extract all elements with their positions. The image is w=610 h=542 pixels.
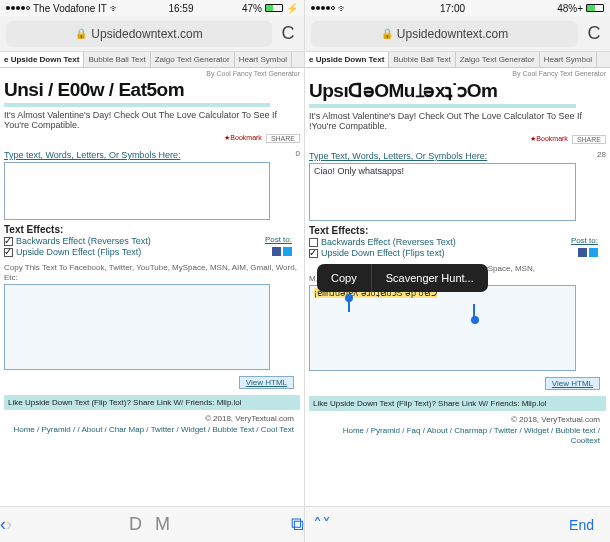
- lock-icon: 🔒: [381, 28, 393, 39]
- char-count: 28: [597, 150, 606, 159]
- credit-line: By Cool Fancy Text Generator: [309, 70, 606, 77]
- backwards-label: Backwards Effect (Reverses Text): [16, 236, 151, 246]
- url-bar: 🔒 Upsidedowntext.com C: [305, 16, 610, 52]
- url-text: Upsidedowntext.com: [397, 27, 508, 41]
- view-html-button[interactable]: View HTML: [239, 376, 294, 389]
- bookmark-link[interactable]: ★Bookmark: [224, 134, 262, 143]
- battery-icon: [265, 4, 283, 12]
- facebook-icon[interactable]: [272, 247, 281, 256]
- share-button[interactable]: SHARE: [266, 134, 300, 143]
- url-text: Upsidedowntext.com: [91, 27, 202, 41]
- battery-pct: 47%: [242, 3, 262, 14]
- page-title: UpsıᗡǝOMuꞱǝxʇ˙ɔOm: [309, 79, 606, 102]
- effects-label: Text Effects:: [309, 225, 606, 236]
- url-field[interactable]: 🔒 Upsidedowntext.com: [6, 21, 272, 47]
- tab-heart[interactable]: Heart Symbol: [235, 52, 292, 67]
- like-row: Like Upside Down Text (Flip Text)? Share…: [309, 396, 606, 411]
- upsidedown-label: Upside Down Effect (Flips Text): [16, 247, 141, 257]
- backwards-checkbox[interactable]: [4, 237, 13, 246]
- page-title: Unsi / E00w / Eat5om: [4, 79, 300, 101]
- input-label: Type Text, Words, Letters, Or Symbols He…: [309, 151, 487, 161]
- input-textarea[interactable]: Ciao! Only whatsapps!: [309, 163, 576, 221]
- menu-scavenger[interactable]: Scavenger Hunt...: [372, 264, 488, 292]
- battery-icon: [586, 4, 604, 12]
- like-row: Like Upside Down Text (Flip Text)? Share…: [4, 395, 300, 410]
- status-bar: The Vodafone IT ᯤ 16:59 47% ⚡: [0, 0, 304, 16]
- tab-upsidedown[interactable]: e Upside Down Text: [305, 52, 389, 67]
- page-tabs: e Upside Down Text Bubble Ball Text Zalg…: [0, 52, 304, 68]
- upsidedown-label: Upside Down Effect (Flips text): [321, 248, 444, 258]
- twitter-icon[interactable]: [589, 248, 598, 257]
- output-textarea[interactable]: [4, 284, 270, 370]
- selection-bar-start: [348, 298, 350, 312]
- tab-bubble[interactable]: Bubble Ball Text: [389, 52, 455, 67]
- page-content: By Cool Fancy Text Generator Unsi / E00w…: [0, 68, 304, 506]
- url-field[interactable]: 🔒 Upsidedowntext.com: [311, 21, 578, 47]
- signal-icon: [6, 6, 30, 10]
- page-tabs: e Upside Down Text Bubble Ball Text Zalg…: [305, 52, 610, 68]
- charging-icon: ⚡: [286, 3, 298, 14]
- next-field-icon[interactable]: ˅: [322, 514, 331, 536]
- safari-toolbar: ‹ › D M ⧉: [0, 506, 304, 542]
- done-button[interactable]: End: [569, 517, 602, 533]
- tab-zalgo[interactable]: Zalgo Text Generator: [151, 52, 235, 67]
- promo-text: It's Almost Valentine's Day! Check Out T…: [309, 111, 606, 131]
- backwards-label: Backwards Effect (Reverses Text): [321, 237, 456, 247]
- toolbar-center: D M: [12, 514, 291, 535]
- bookmark-link[interactable]: ★Bookmark: [530, 135, 568, 144]
- backwards-checkbox[interactable]: [309, 238, 318, 247]
- upsidedown-checkbox[interactable]: [4, 248, 13, 257]
- tab-upsidedown[interactable]: e Upside Down Text: [0, 52, 84, 67]
- clock: 16:59: [168, 3, 193, 14]
- wifi-icon: ᯤ: [338, 3, 348, 14]
- credit-line: By Cool Fancy Text Generator: [4, 70, 300, 77]
- screen-left: The Vodafone IT ᯤ 16:59 47% ⚡ 🔒 Upsidedo…: [0, 0, 305, 542]
- divider: [309, 104, 576, 108]
- battery-pct: 48%+: [557, 3, 583, 14]
- prev-field-icon[interactable]: ˄: [313, 514, 322, 536]
- menu-copy[interactable]: Copy: [317, 264, 372, 292]
- signal-icon: [311, 6, 335, 10]
- url-bar: 🔒 Upsidedowntext.com C: [0, 16, 304, 52]
- status-bar: ᯤ 17:00 48%+: [305, 0, 610, 16]
- input-label: Type text, Words, Letters, Or Symbols He…: [4, 150, 180, 160]
- postto-label: Post to:: [571, 236, 598, 245]
- copy-hint: Copy This Text To Facebook, Twitter, You…: [4, 263, 300, 282]
- char-count: 0: [296, 149, 300, 158]
- divider: [4, 103, 270, 107]
- keyboard-accessory: ˄ ˅ End: [305, 506, 610, 542]
- upsidedown-checkbox[interactable]: [309, 249, 318, 258]
- tab-bubble[interactable]: Bubble Ball Text: [84, 52, 150, 67]
- ios-context-menu: Copy Scavenger Hunt...: [317, 264, 488, 292]
- share-button[interactable]: SHARE: [572, 135, 606, 144]
- reload-icon[interactable]: C: [584, 23, 604, 44]
- reload-icon[interactable]: C: [278, 23, 298, 44]
- lock-icon: 🔒: [75, 28, 87, 39]
- tab-heart[interactable]: Heart Symbol: [540, 52, 597, 67]
- postto-label: Post to:: [265, 235, 292, 244]
- tabs-icon[interactable]: ⧉: [291, 514, 304, 535]
- clock: 17:00: [440, 3, 465, 14]
- promo-text: It's Almost Valentine's Day! Check Out T…: [4, 110, 300, 130]
- wifi-icon: ᯤ: [110, 3, 120, 14]
- input-textarea[interactable]: [4, 162, 270, 220]
- copyright: © 2018, VeryTextual.com: [10, 414, 294, 424]
- facebook-icon[interactable]: [578, 248, 587, 257]
- screen-right: ᯤ 17:00 48%+ 🔒 Upsidedowntext.com C e Up…: [305, 0, 610, 542]
- view-html-button[interactable]: View HTML: [545, 377, 600, 390]
- selection-bar-end: [473, 304, 475, 318]
- footer-links: © 2018, VeryTextual.com Home / Pyramid /…: [309, 411, 606, 450]
- tab-zalgo[interactable]: Zalgo Text Generator: [456, 52, 540, 67]
- footer-links: © 2018, VeryTextual.com Home / Pyramid /…: [4, 410, 300, 439]
- copyright: © 2018, VeryTextual.com: [315, 415, 600, 425]
- effects-label: Text Effects:: [4, 224, 300, 235]
- footer-nav[interactable]: Home / Pyramid / Faq / About / Charmap /…: [315, 426, 600, 447]
- footer-nav[interactable]: Home / Pyramid / / About / Char Map / Tw…: [10, 425, 294, 435]
- carrier-label: The Vodafone IT: [33, 3, 107, 14]
- twitter-icon[interactable]: [283, 247, 292, 256]
